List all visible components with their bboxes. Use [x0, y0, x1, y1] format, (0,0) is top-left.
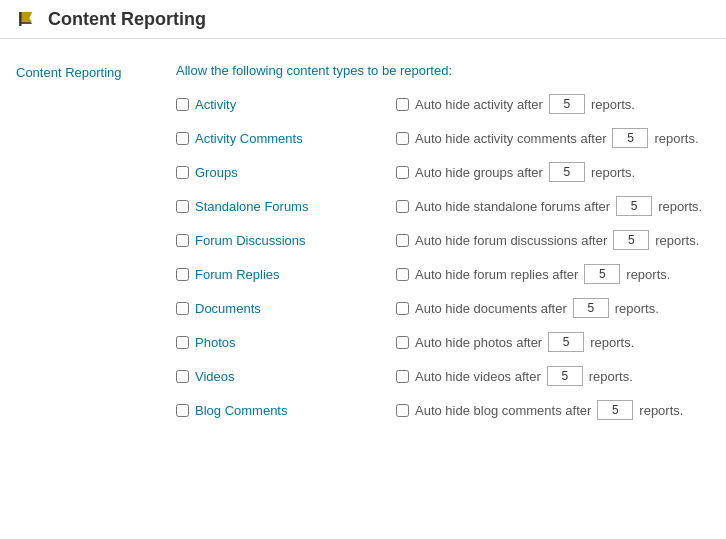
right-check-documents: Auto hide documents after reports. — [396, 298, 659, 318]
left-check-activity: Activity — [176, 97, 396, 112]
left-check-forum-replies: Forum Replies — [176, 267, 396, 282]
label-documents[interactable]: Documents — [195, 301, 261, 316]
description-text: Allow the following content types to be … — [176, 63, 710, 78]
settings-panel: Allow the following content types to be … — [176, 63, 710, 434]
right-check-blog-comments: Auto hide blog comments after reports. — [396, 400, 683, 420]
checkbox-standalone-forums[interactable] — [176, 200, 189, 213]
auto-hide-label-activity-comments: Auto hide activity comments after — [415, 131, 606, 146]
checkbox-blog-comments[interactable] — [176, 404, 189, 417]
right-check-forum-replies: Auto hide forum replies after reports. — [396, 264, 670, 284]
auto-hide-label-forum-discussions: Auto hide forum discussions after — [415, 233, 607, 248]
right-check-groups: Auto hide groups after reports. — [396, 162, 635, 182]
checkbox-activity-comments[interactable] — [176, 132, 189, 145]
left-check-photos: Photos — [176, 335, 396, 350]
auto-hide-label-groups: Auto hide groups after — [415, 165, 543, 180]
label-activity-comments[interactable]: Activity Comments — [195, 131, 303, 146]
checkbox-videos[interactable] — [176, 370, 189, 383]
left-check-blog-comments: Blog Comments — [176, 403, 396, 418]
page-header: Content Reporting — [0, 0, 726, 39]
reports-label-forum-replies: reports. — [626, 267, 670, 282]
left-check-documents: Documents — [176, 301, 396, 316]
number-input-activity[interactable] — [549, 94, 585, 114]
checkbox-forum-replies[interactable] — [176, 268, 189, 281]
number-input-groups[interactable] — [549, 162, 585, 182]
auto-hide-checkbox-forum-replies[interactable] — [396, 268, 409, 281]
content-item-photos: Photos Auto hide photos after reports. — [176, 332, 710, 352]
checkbox-activity[interactable] — [176, 98, 189, 111]
svg-rect-3 — [20, 12, 22, 26]
content-item-activity: Activity Auto hide activity after report… — [176, 94, 710, 114]
right-check-activity: Auto hide activity after reports. — [396, 94, 635, 114]
reports-label-forum-discussions: reports. — [655, 233, 699, 248]
content-item-groups: Groups Auto hide groups after reports. — [176, 162, 710, 182]
auto-hide-checkbox-activity-comments[interactable] — [396, 132, 409, 145]
checkbox-photos[interactable] — [176, 336, 189, 349]
auto-hide-checkbox-standalone-forums[interactable] — [396, 200, 409, 213]
reports-label-groups: reports. — [591, 165, 635, 180]
content-item-videos: Videos Auto hide videos after reports. — [176, 366, 710, 386]
auto-hide-checkbox-activity[interactable] — [396, 98, 409, 111]
label-blog-comments[interactable]: Blog Comments — [195, 403, 287, 418]
label-forum-replies[interactable]: Forum Replies — [195, 267, 280, 282]
reports-label-photos: reports. — [590, 335, 634, 350]
auto-hide-label-standalone-forums: Auto hide standalone forums after — [415, 199, 610, 214]
content-items-list: Activity Auto hide activity after report… — [176, 94, 710, 420]
content-area: Content Reporting Allow the following co… — [0, 39, 726, 458]
right-check-photos: Auto hide photos after reports. — [396, 332, 634, 352]
number-input-documents[interactable] — [573, 298, 609, 318]
number-input-forum-replies[interactable] — [584, 264, 620, 284]
reports-label-activity-comments: reports. — [654, 131, 698, 146]
number-input-activity-comments[interactable] — [612, 128, 648, 148]
number-input-photos[interactable] — [548, 332, 584, 352]
label-standalone-forums[interactable]: Standalone Forums — [195, 199, 308, 214]
left-check-videos: Videos — [176, 369, 396, 384]
checkbox-groups[interactable] — [176, 166, 189, 179]
reports-label-standalone-forums: reports. — [658, 199, 702, 214]
label-forum-discussions[interactable]: Forum Discussions — [195, 233, 306, 248]
label-videos[interactable]: Videos — [195, 369, 235, 384]
auto-hide-checkbox-blog-comments[interactable] — [396, 404, 409, 417]
right-check-activity-comments: Auto hide activity comments after report… — [396, 128, 699, 148]
auto-hide-checkbox-videos[interactable] — [396, 370, 409, 383]
page-title: Content Reporting — [48, 9, 206, 30]
content-item-activity-comments: Activity Comments Auto hide activity com… — [176, 128, 710, 148]
content-item-blog-comments: Blog Comments Auto hide blog comments af… — [176, 400, 710, 420]
auto-hide-label-activity: Auto hide activity after — [415, 97, 543, 112]
reports-label-activity: reports. — [591, 97, 635, 112]
svg-marker-2 — [20, 12, 32, 22]
number-input-blog-comments[interactable] — [597, 400, 633, 420]
checkbox-forum-discussions[interactable] — [176, 234, 189, 247]
number-input-videos[interactable] — [547, 366, 583, 386]
label-activity[interactable]: Activity — [195, 97, 236, 112]
auto-hide-label-documents: Auto hide documents after — [415, 301, 567, 316]
left-check-standalone-forums: Standalone Forums — [176, 199, 396, 214]
auto-hide-checkbox-photos[interactable] — [396, 336, 409, 349]
left-check-groups: Groups — [176, 165, 396, 180]
sidebar-label: Content Reporting — [16, 63, 176, 434]
content-item-documents: Documents Auto hide documents after repo… — [176, 298, 710, 318]
content-item-forum-replies: Forum Replies Auto hide forum replies af… — [176, 264, 710, 284]
reports-label-blog-comments: reports. — [639, 403, 683, 418]
right-check-forum-discussions: Auto hide forum discussions after report… — [396, 230, 699, 250]
auto-hide-checkbox-forum-discussions[interactable] — [396, 234, 409, 247]
auto-hide-checkbox-groups[interactable] — [396, 166, 409, 179]
number-input-standalone-forums[interactable] — [616, 196, 652, 216]
label-groups[interactable]: Groups — [195, 165, 238, 180]
auto-hide-label-forum-replies: Auto hide forum replies after — [415, 267, 578, 282]
number-input-forum-discussions[interactable] — [613, 230, 649, 250]
auto-hide-label-videos: Auto hide videos after — [415, 369, 541, 384]
reports-label-documents: reports. — [615, 301, 659, 316]
content-item-forum-discussions: Forum Discussions Auto hide forum discus… — [176, 230, 710, 250]
checkbox-documents[interactable] — [176, 302, 189, 315]
left-check-activity-comments: Activity Comments — [176, 131, 396, 146]
auto-hide-label-blog-comments: Auto hide blog comments after — [415, 403, 591, 418]
flag-icon — [16, 8, 38, 30]
content-item-standalone-forums: Standalone Forums Auto hide standalone f… — [176, 196, 710, 216]
right-check-standalone-forums: Auto hide standalone forums after report… — [396, 196, 702, 216]
right-check-videos: Auto hide videos after reports. — [396, 366, 633, 386]
label-photos[interactable]: Photos — [195, 335, 235, 350]
reports-label-videos: reports. — [589, 369, 633, 384]
left-check-forum-discussions: Forum Discussions — [176, 233, 396, 248]
auto-hide-checkbox-documents[interactable] — [396, 302, 409, 315]
auto-hide-label-photos: Auto hide photos after — [415, 335, 542, 350]
